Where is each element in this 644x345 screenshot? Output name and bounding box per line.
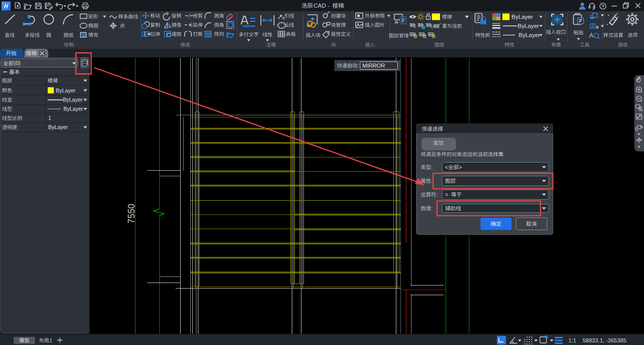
svg-text:ByLayer: ByLayer <box>63 97 83 103</box>
svg-text:=: = <box>445 192 448 198</box>
svg-text:1:1: 1:1 <box>568 337 576 343</box>
svg-text::: : <box>431 165 432 170</box>
svg-text:ByLayer: ByLayer <box>519 32 540 38</box>
svg-text:MIRROR: MIRROR <box>362 62 385 69</box>
svg-text:(0): (0) <box>14 60 21 66</box>
svg-text:ByLayer: ByLayer <box>63 106 83 112</box>
svg-text:ByLayer: ByLayer <box>56 87 76 93</box>
svg-text:?: ? <box>601 4 604 9</box>
svg-text:ByLayer: ByLayer <box>48 124 68 130</box>
svg-text:ByLayer: ByLayer <box>518 23 539 29</box>
svg-text::: : <box>358 63 359 69</box>
svg-text::: : <box>431 206 432 211</box>
svg-text:1: 1 <box>50 338 53 343</box>
svg-text::: : <box>431 178 432 184</box>
svg-text::: : <box>436 192 438 198</box>
svg-text:ByLayer: ByLayer <box>512 14 533 20</box>
svg-text:<: < <box>445 164 448 170</box>
svg-text:>: > <box>459 164 462 170</box>
svg-text:A: A <box>589 32 593 39</box>
svg-text:58833.1, -365385: 58833.1, -365385 <box>583 337 626 343</box>
svg-text:a: a <box>282 15 285 20</box>
svg-text:1: 1 <box>48 115 51 121</box>
svg-text:CAD -: CAD - <box>314 3 329 9</box>
